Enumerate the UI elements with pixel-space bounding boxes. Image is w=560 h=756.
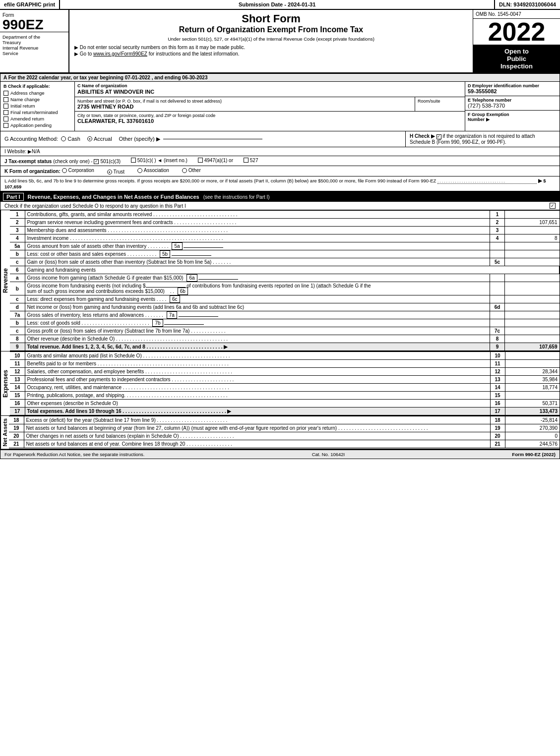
checkbox-application-pending[interactable] bbox=[3, 123, 8, 128]
checkbox-501c3[interactable]: ✓ bbox=[94, 159, 99, 164]
line-17-amount: 133,473 bbox=[505, 407, 560, 415]
line-num-7c: c bbox=[10, 327, 25, 335]
checkbox-final-return[interactable] bbox=[3, 110, 8, 115]
org-association[interactable]: Association bbox=[137, 168, 169, 173]
radio-other[interactable] bbox=[182, 168, 187, 173]
check-initial-return[interactable]: Initial return bbox=[3, 103, 71, 109]
check-application-pending[interactable]: Application pending bbox=[3, 122, 71, 128]
part-i-title: Revenue, Expenses, and Changes in Net As… bbox=[28, 194, 199, 200]
line-5b-desc: Less: cost or other basis and sales expe… bbox=[25, 250, 490, 258]
line-17-desc: Total expenses. Add lines 10 through 16 … bbox=[25, 407, 490, 415]
line-7b-amount bbox=[505, 319, 560, 327]
line-num-5a: 5a bbox=[10, 242, 25, 250]
check-amended-return[interactable]: Amended return bbox=[3, 116, 71, 121]
website-label: I Website: ▶N/A bbox=[4, 149, 40, 154]
phone-value: (727) 538-7370 bbox=[468, 103, 557, 109]
radio-trust[interactable] bbox=[107, 170, 112, 174]
check-final-return[interactable]: Final return/terminated bbox=[3, 110, 71, 115]
label-association: Association bbox=[144, 168, 169, 173]
check-name-change[interactable]: Name change bbox=[3, 97, 71, 102]
line-7c-ref: 7c bbox=[490, 327, 505, 335]
line-num-6a: a bbox=[10, 274, 25, 282]
tax-501c3[interactable]: ✓ 501(c)(3) bbox=[94, 159, 121, 164]
org-other[interactable]: Other bbox=[182, 168, 201, 173]
line-21-amount: 244,576 bbox=[505, 440, 560, 448]
org-trust[interactable]: Trust bbox=[107, 169, 124, 174]
table-row: 11 Benefits paid to or for members . . .… bbox=[10, 360, 560, 368]
line-19-ref: 19 bbox=[490, 424, 505, 432]
line-15-ref: 15 bbox=[490, 392, 505, 400]
label-corporation: Corporation bbox=[68, 168, 94, 173]
website-row: I Website: ▶N/A bbox=[0, 147, 560, 156]
line-7b-ref bbox=[490, 319, 505, 327]
radio-accrual[interactable] bbox=[87, 136, 92, 141]
line-num-20: 20 bbox=[9, 432, 24, 440]
org-name-section: C Name of organization ABILITIES AT WIND… bbox=[75, 82, 465, 131]
group-ex-label: F Group Exemption Number ▶ bbox=[468, 112, 557, 122]
line-12-ref: 12 bbox=[490, 368, 505, 376]
label-501c: 501(c)( ) ◄ (insert no.) bbox=[137, 158, 187, 163]
line-num-5b: b bbox=[10, 250, 25, 258]
line-17-ref: 17 bbox=[490, 407, 505, 415]
address-block: Number and street (or P. O. box, if mail… bbox=[75, 97, 465, 112]
city-label: City or town, state or province, country… bbox=[77, 113, 462, 118]
part-i-label: Part I bbox=[3, 193, 24, 201]
check-amended-return-label: Amended return bbox=[10, 116, 44, 121]
expenses-side-label: Expenses bbox=[0, 351, 10, 415]
tax-501c[interactable]: 501(c)( ) ◄ (insert no.) bbox=[131, 158, 187, 163]
revenue-section: Revenue 1 Contributions, gifts, grants, … bbox=[0, 210, 560, 351]
ein-value: 59-3555082 bbox=[468, 88, 557, 94]
check-address-change[interactable]: Address change bbox=[3, 90, 71, 96]
acct-accrual[interactable]: Accrual bbox=[87, 136, 112, 142]
form-title-section: Short Form Return of Organization Exempt… bbox=[69, 10, 473, 72]
dln: DLN: 93492031006044 bbox=[495, 0, 560, 9]
form-label-footer: Form 990-EZ (2022) bbox=[512, 452, 556, 457]
line-13-desc: Professional fees and other payments to … bbox=[25, 376, 490, 384]
line-6d-desc: Net income or (loss) from gaming and fun… bbox=[25, 303, 490, 311]
checkbox-address-change[interactable] bbox=[3, 91, 8, 96]
revenue-side-label: Revenue bbox=[0, 210, 10, 351]
line-num-13: 13 bbox=[10, 376, 25, 384]
line-7a-ref bbox=[490, 311, 505, 319]
check-label: B Check if applicable: bbox=[3, 84, 71, 89]
checkbox-4947[interactable] bbox=[198, 158, 203, 163]
add-lines-row: L Add lines 5b, 6c, and 7b to line 9 to … bbox=[0, 176, 560, 192]
org-corporation[interactable]: Corporation bbox=[62, 168, 94, 173]
line-6a-desc: Gross income from gaming (attach Schedul… bbox=[25, 274, 490, 282]
checkbox-h-check[interactable]: ✓ bbox=[436, 134, 441, 139]
checkbox-527[interactable] bbox=[244, 158, 249, 163]
top-bar: efile GRAPHIC print Submission Date - 20… bbox=[0, 0, 560, 10]
line-14-amount: 18,774 bbox=[505, 384, 560, 392]
line-7b-desc: Less: cost of goods sold . . . . . . . .… bbox=[25, 319, 490, 327]
expenses-table: 10 Grants and similar amounts paid (list… bbox=[10, 351, 560, 415]
line-num-1: 1 bbox=[10, 211, 25, 219]
page: efile GRAPHIC print Submission Date - 20… bbox=[0, 0, 560, 459]
line-11-desc: Benefits paid to or for members . . . . … bbox=[25, 360, 490, 368]
acct-cash[interactable]: Cash bbox=[61, 136, 80, 142]
checkbox-amended-return[interactable] bbox=[3, 116, 8, 121]
line-19-desc: Net assets or fund balances at beginning… bbox=[24, 424, 490, 432]
checkbox-schedule-o[interactable]: ✓ bbox=[550, 203, 556, 209]
table-row: c Gain or (loss) from sale of assets oth… bbox=[10, 258, 560, 266]
line-10-amount bbox=[505, 352, 560, 360]
tax-527[interactable]: 527 bbox=[244, 158, 258, 163]
radio-corporation[interactable] bbox=[62, 168, 67, 173]
radio-cash[interactable] bbox=[61, 136, 66, 141]
radio-association[interactable] bbox=[137, 168, 142, 173]
phone-label: E Telephone number bbox=[468, 98, 557, 103]
tax-4947[interactable]: 4947(a)(1) or bbox=[198, 158, 233, 163]
line-20-desc: Other changes in net assets or fund bala… bbox=[24, 432, 490, 440]
line-4-ref: 4 bbox=[490, 234, 505, 242]
department-info: Department of the Treasury Internal Reve… bbox=[0, 32, 68, 72]
checkbox-501c[interactable] bbox=[131, 158, 136, 163]
line-num-18: 18 bbox=[9, 416, 24, 424]
line-5b-ref bbox=[490, 250, 505, 258]
checkbox-name-change[interactable] bbox=[3, 97, 8, 102]
other-specify-line[interactable] bbox=[163, 139, 262, 139]
net-assets-lines-table: 18 Excess or (deficit) for the year (Sub… bbox=[9, 416, 560, 448]
checkbox-initial-return[interactable] bbox=[3, 104, 8, 109]
efile-label: efile GRAPHIC print bbox=[0, 0, 60, 9]
line-15-desc: Printing, publications, postage, and shi… bbox=[25, 392, 490, 400]
line-12-amount: 28,344 bbox=[505, 368, 560, 376]
line-1-amount bbox=[505, 211, 560, 219]
